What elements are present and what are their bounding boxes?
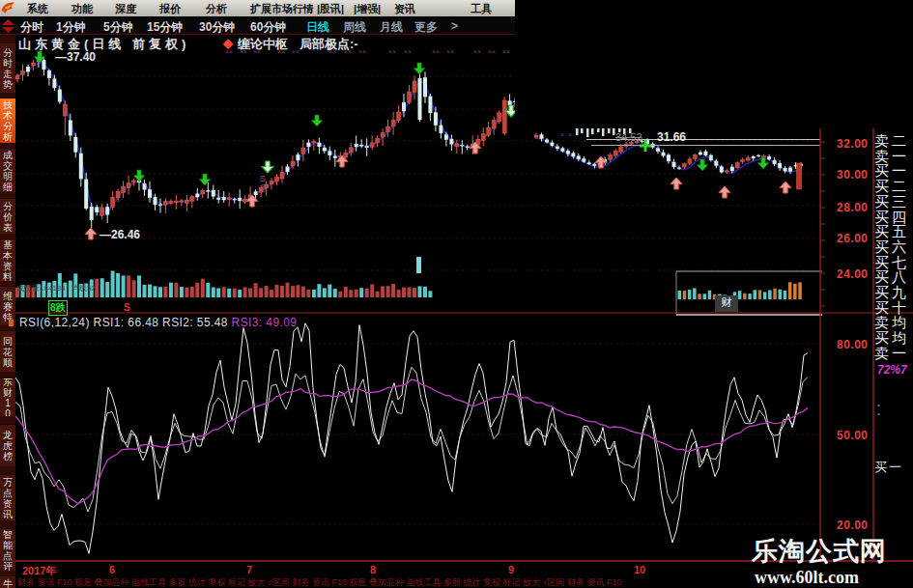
svg-text:§: §	[261, 183, 266, 193]
svg-text:S: S	[260, 174, 266, 183]
svg-text:×: ×	[568, 131, 572, 138]
svg-text:×: ×	[560, 131, 564, 138]
